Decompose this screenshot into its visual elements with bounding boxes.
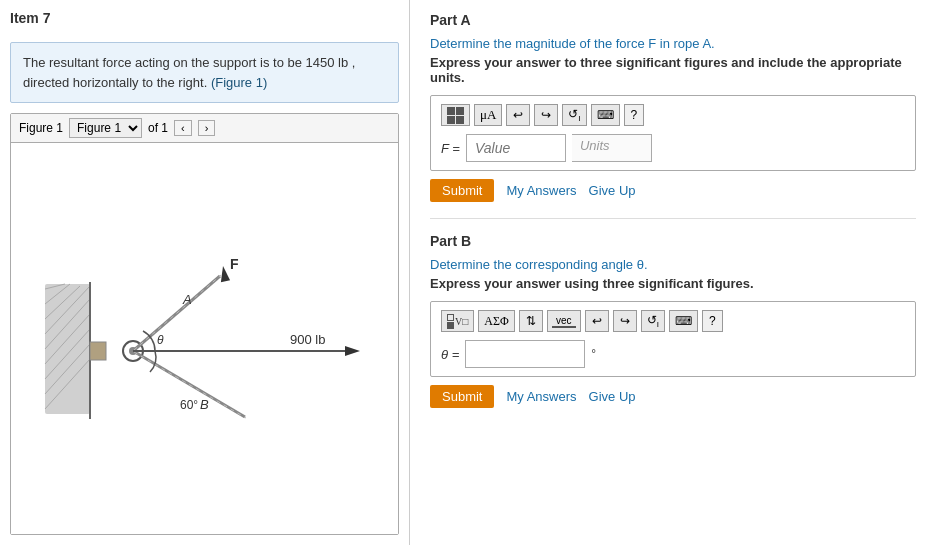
part-b-submit-row: Submit My Answers Give Up bbox=[430, 385, 916, 408]
part-b-redo-icon: ↪ bbox=[620, 314, 630, 328]
svg-line-15 bbox=[134, 275, 221, 350]
undo-button[interactable]: ↩ bbox=[506, 104, 530, 126]
part-b-undo-icon: ↩ bbox=[592, 314, 602, 328]
part-a-answer-box: μA ↩ ↪ ↺I ⌨ ? bbox=[430, 95, 916, 171]
svg-text:B: B bbox=[200, 397, 209, 412]
degree-symbol: ° bbox=[591, 347, 596, 361]
svg-rect-0 bbox=[45, 284, 90, 414]
part-b-answer-box: V□ ΑΣΦ ⇅ vec ↩ bbox=[430, 301, 916, 377]
part-b-answer-row: θ = ° bbox=[441, 340, 905, 368]
part-b-toolbar: V□ ΑΣΦ ⇅ vec ↩ bbox=[441, 310, 905, 332]
part-b-cycle-icon: ↺I bbox=[647, 313, 659, 329]
part-a-give-up-link[interactable]: Give Up bbox=[589, 183, 636, 198]
figure-next-button[interactable]: › bbox=[198, 120, 216, 136]
part-a-toolbar: μA ↩ ↪ ↺I ⌨ ? bbox=[441, 104, 905, 126]
part-a-submit-row: Submit My Answers Give Up bbox=[430, 179, 916, 202]
part-b-my-answers-link[interactable]: My Answers bbox=[506, 389, 576, 404]
vec-icon: vec bbox=[552, 315, 576, 328]
left-panel: Item 7 The resultant force acting on the… bbox=[0, 0, 410, 545]
part-b-help-button[interactable]: ? bbox=[702, 310, 723, 332]
part-b-answer-label: θ = bbox=[441, 347, 459, 362]
part-a-units-input[interactable]: Units bbox=[572, 134, 652, 162]
svg-text:θ: θ bbox=[157, 333, 164, 347]
part-a-value-input[interactable] bbox=[466, 134, 566, 162]
help-button[interactable]: ? bbox=[624, 104, 645, 126]
svg-marker-19 bbox=[345, 346, 360, 356]
part-a-answer-row: F = Units bbox=[441, 134, 905, 162]
alpha-sigma-phi-icon: ΑΣΦ bbox=[484, 314, 508, 329]
redo-button[interactable]: ↪ bbox=[534, 104, 558, 126]
svg-text:F: F bbox=[230, 256, 239, 272]
problem-box: The resultant force acting on the suppor… bbox=[10, 42, 399, 103]
keyboard-button[interactable]: ⌨ bbox=[591, 104, 620, 126]
part-b-submit-button[interactable]: Submit bbox=[430, 385, 494, 408]
part-a-section: Part A Determine the magnitude of the fo… bbox=[430, 12, 916, 219]
figure-link[interactable]: (Figure 1) bbox=[211, 75, 267, 90]
figure-of: of 1 bbox=[148, 121, 168, 135]
svg-rect-11 bbox=[90, 342, 106, 360]
stack-icon-button[interactable] bbox=[441, 104, 470, 126]
svg-text:A: A bbox=[182, 292, 192, 307]
part-b-redo-button[interactable]: ↪ bbox=[613, 310, 637, 332]
force-diagram: F A B θ 60° 900 lb bbox=[35, 224, 375, 454]
item-title: Item 7 bbox=[10, 10, 399, 26]
figure-select[interactable]: Figure 1 bbox=[69, 118, 142, 138]
part-b-stack-button[interactable]: V□ bbox=[441, 310, 474, 332]
updown-button[interactable]: ⇅ bbox=[519, 310, 543, 332]
part-b-theta-input[interactable] bbox=[465, 340, 585, 368]
stack-icon bbox=[447, 107, 464, 124]
part-a-title: Part A bbox=[430, 12, 916, 28]
cycle-button[interactable]: ↺I bbox=[562, 104, 586, 126]
part-a-submit-button[interactable]: Submit bbox=[430, 179, 494, 202]
part-b-keyboard-icon: ⌨ bbox=[675, 314, 692, 328]
mu-icon: μA bbox=[480, 107, 496, 123]
vec-button[interactable]: vec bbox=[547, 310, 581, 332]
svg-text:900 lb: 900 lb bbox=[290, 332, 325, 347]
part-b-sub-instruction: Express your answer using three signific… bbox=[430, 276, 916, 291]
redo-icon: ↪ bbox=[541, 108, 551, 122]
part-b-section: Part B Determine the corresponding angle… bbox=[430, 233, 916, 424]
part-b-keyboard-button[interactable]: ⌨ bbox=[669, 310, 698, 332]
part-b-give-up-link[interactable]: Give Up bbox=[589, 389, 636, 404]
part-a-my-answers-link[interactable]: My Answers bbox=[506, 183, 576, 198]
figure-content: F A B θ 60° 900 lb bbox=[11, 143, 398, 534]
keyboard-icon: ⌨ bbox=[597, 108, 614, 122]
part-a-sub-instruction: Express your answer to three significant… bbox=[430, 55, 916, 85]
part-b-title: Part B bbox=[430, 233, 916, 249]
figure-prev-button[interactable]: ‹ bbox=[174, 120, 192, 136]
part-a-instruction: Determine the magnitude of the force F i… bbox=[430, 36, 916, 51]
figure-header: Figure 1 Figure 1 of 1 ‹ › bbox=[11, 114, 398, 143]
part-b-cycle-button[interactable]: ↺I bbox=[641, 310, 665, 332]
right-panel: Part A Determine the magnitude of the fo… bbox=[410, 0, 936, 545]
problem-text: The resultant force acting on the suppor… bbox=[23, 55, 355, 90]
mu-button[interactable]: μA bbox=[474, 104, 502, 126]
cycle-icon: ↺I bbox=[568, 107, 580, 123]
updown-icon: ⇅ bbox=[526, 314, 536, 328]
part-a-answer-label: F = bbox=[441, 141, 460, 156]
svg-text:60°: 60° bbox=[180, 398, 198, 412]
figure-label: Figure 1 bbox=[19, 121, 63, 135]
undo-icon: ↩ bbox=[513, 108, 523, 122]
part-b-instruction: Determine the corresponding angle θ. bbox=[430, 257, 916, 272]
alpha-sigma-phi-button[interactable]: ΑΣΦ bbox=[478, 310, 514, 332]
figure-area: Figure 1 Figure 1 of 1 ‹ › bbox=[10, 113, 399, 535]
part-b-stack-icon: V□ bbox=[447, 314, 468, 329]
part-b-undo-button[interactable]: ↩ bbox=[585, 310, 609, 332]
